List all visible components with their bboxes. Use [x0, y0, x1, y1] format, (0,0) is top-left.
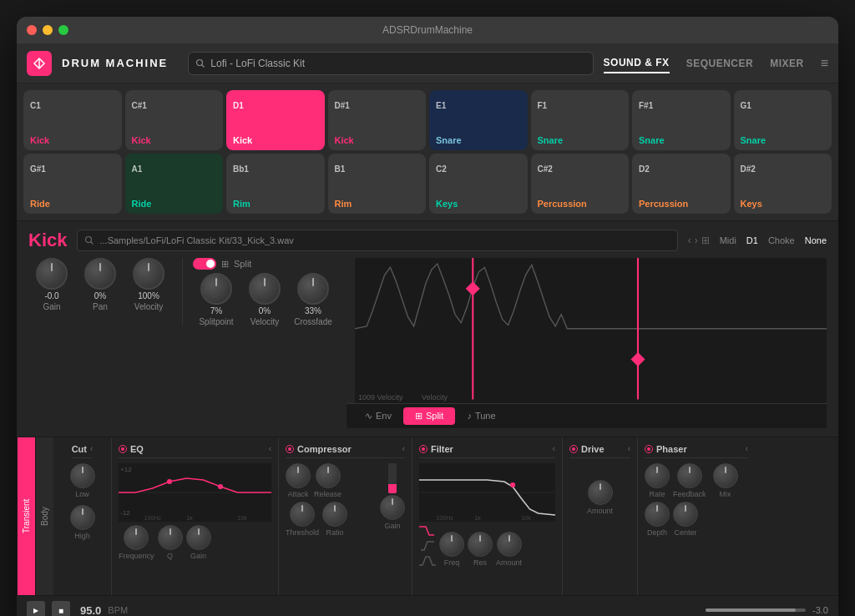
phaser-top-knobs: Rate Feedback Mix: [645, 463, 748, 498]
pad-f1[interactable]: F1 Snare: [531, 90, 630, 150]
splitpoint-knob[interactable]: [200, 273, 232, 305]
eq-gain-label: Gain: [190, 552, 206, 560]
pad-fs1[interactable]: F#1 Snare: [632, 90, 731, 150]
main-window: ADSRDrumMachine DRUM MACHINE Lofi - LoFi…: [17, 17, 838, 616]
comp-release-knob[interactable]: [316, 463, 341, 488]
body-bar[interactable]: Body: [35, 437, 53, 595]
phaser-rate-knob[interactable]: [645, 463, 670, 488]
pan-value: 0%: [94, 291, 106, 300]
phaser-mix-knob[interactable]: [713, 463, 738, 488]
gain-knob[interactable]: [36, 258, 68, 290]
tab-tune[interactable]: ♪ Tune: [455, 407, 507, 425]
eq-gain-knob[interactable]: [186, 525, 211, 550]
pad-b1[interactable]: B1 Rim: [328, 154, 427, 214]
comp-ratio-knob[interactable]: [322, 502, 347, 527]
cut-high-knob[interactable]: [70, 505, 95, 530]
pad-c2[interactable]: C2 Keys: [429, 154, 528, 214]
pad-cs2[interactable]: C#2 Percussion: [531, 154, 630, 214]
split-velocity-knob[interactable]: [249, 273, 281, 305]
eq-freq-group: Frequency: [119, 525, 154, 560]
comp-threshold-knob[interactable]: [290, 502, 315, 527]
cut-low-knob[interactable]: [70, 463, 95, 488]
filter-type-bp[interactable]: [419, 555, 436, 567]
nav-arrows: ‹ › ⊞: [688, 235, 710, 246]
phaser-depth-knob[interactable]: [645, 502, 670, 527]
phaser-bottom-knobs: Depth Center: [645, 502, 748, 537]
drive-amount-knob[interactable]: [588, 480, 613, 505]
fx-comp-block: Compressor ‹ Attack Release: [279, 437, 412, 595]
volume-slider[interactable]: [706, 608, 806, 612]
maximize-button[interactable]: [58, 25, 68, 35]
comp-gain-knob[interactable]: [380, 495, 405, 520]
tab-split[interactable]: ⊞ Split: [403, 407, 455, 425]
eq-power[interactable]: [119, 445, 127, 453]
close-button[interactable]: [27, 25, 37, 35]
pad-a1[interactable]: A1 Ride: [125, 154, 224, 214]
filter-power[interactable]: [419, 445, 428, 453]
bpm-value: 95.0: [80, 604, 101, 617]
play-button[interactable]: ▶: [27, 601, 45, 616]
pad-ds2[interactable]: D#2 Keys: [734, 154, 832, 214]
file-path-bar[interactable]: ...Samples/LoFi/LoFi Classic Kit/33_Kick…: [77, 230, 677, 251]
crossfade-knob[interactable]: [297, 273, 329, 305]
split-toggle[interactable]: [193, 258, 216, 270]
comp-attack-knob[interactable]: [286, 463, 311, 488]
filter-freq-knob[interactable]: [439, 532, 464, 557]
filter-collapse-icon[interactable]: ‹: [553, 444, 555, 453]
pad-e1[interactable]: E1 Snare: [429, 90, 528, 150]
filter-res-label: Res: [473, 558, 487, 567]
drive-collapse-icon[interactable]: ‹: [628, 444, 630, 453]
bottom-bar: ▶ ■ 95.0 BPM -3.0: [17, 595, 838, 617]
filter-amount-knob[interactable]: [497, 532, 522, 557]
filter-graph: 100Hz 1k 10k: [419, 463, 555, 522]
comp-release-group: Release: [314, 463, 341, 498]
tab-sound-fx[interactable]: SOUND & FX: [604, 53, 670, 73]
comp-collapse-icon[interactable]: ‹: [402, 444, 405, 453]
cut-collapse-icon[interactable]: ‹: [90, 444, 93, 453]
split-velocity-value: 0%: [259, 306, 271, 316]
pad-ds1[interactable]: D#1 Kick: [328, 90, 427, 150]
volume-bar: -3.0: [134, 605, 828, 615]
tab-env[interactable]: ∿ Env: [353, 407, 403, 425]
velocity-knob[interactable]: [133, 258, 164, 290]
prev-arrow[interactable]: ‹: [688, 235, 691, 246]
search-bar[interactable]: Lofi - LoFi Classic Kit: [188, 52, 593, 75]
eq-graph: +12 -12 100Hz 1k 10k: [119, 463, 271, 522]
tab-mixer[interactable]: MIXER: [770, 54, 804, 73]
eq-collapse-icon[interactable]: ‹: [269, 444, 271, 453]
filter-res-group: Res: [468, 532, 493, 567]
comp-power[interactable]: [286, 445, 294, 453]
titlebar: ADSRDrumMachine: [17, 17, 838, 43]
filter-type-hp[interactable]: [419, 540, 436, 552]
minimize-button[interactable]: [43, 25, 53, 35]
svg-text:100Hz: 100Hz: [436, 515, 453, 521]
pad-cs1[interactable]: C#1 Kick: [125, 90, 224, 150]
phaser-power[interactable]: [645, 445, 653, 453]
filter-res-knob[interactable]: [468, 532, 493, 557]
phaser-collapse-icon[interactable]: ‹: [746, 444, 748, 453]
pad-d1[interactable]: D1 Kick: [226, 90, 325, 150]
comp-ratio-group: Ratio: [322, 502, 347, 537]
comp-title: Compressor: [297, 444, 352, 454]
pad-bb1[interactable]: Bb1 Rim: [226, 154, 325, 214]
menu-icon[interactable]: ≡: [821, 56, 828, 71]
pad-d2[interactable]: D2 Percussion: [632, 154, 731, 214]
eq-frequency-knob[interactable]: [124, 525, 149, 550]
grid-view-icon[interactable]: ⊞: [701, 235, 710, 246]
pad-c1[interactable]: C1 Kick: [23, 90, 122, 150]
pad-gs1[interactable]: G#1 Ride: [23, 154, 122, 214]
phaser-center-knob[interactable]: [673, 502, 698, 527]
transient-bar[interactable]: Transient: [17, 437, 35, 595]
next-arrow[interactable]: ›: [695, 235, 698, 246]
pad-g1[interactable]: G1 Snare: [734, 90, 832, 150]
filter-freq-label: Freq: [444, 558, 460, 567]
pan-knob[interactable]: [84, 258, 116, 290]
filter-type-lp[interactable]: [419, 525, 436, 537]
tab-sequencer[interactable]: SEQUENCER: [686, 54, 754, 73]
phaser-feedback-knob[interactable]: [677, 463, 702, 488]
stop-button[interactable]: ■: [52, 601, 70, 616]
drive-power[interactable]: [569, 445, 578, 453]
velocity-knob-group: 100% Velocity: [125, 258, 172, 311]
instrument-name: Kick: [28, 230, 67, 251]
eq-q-knob[interactable]: [158, 525, 183, 550]
